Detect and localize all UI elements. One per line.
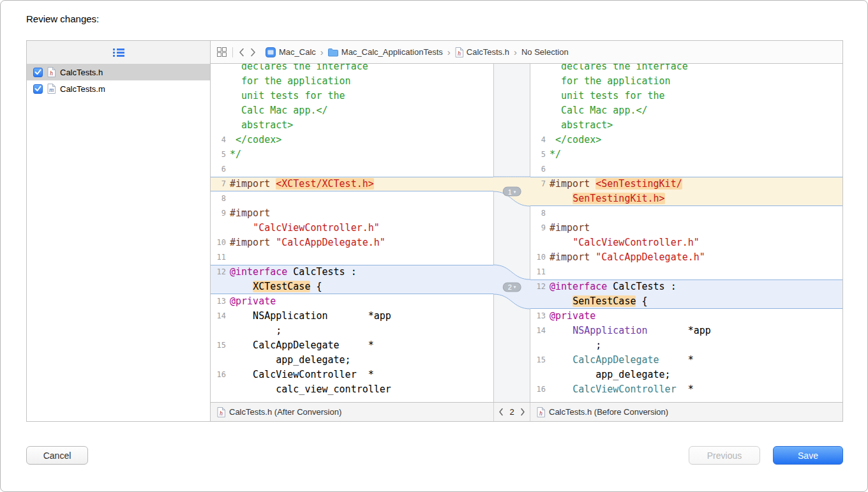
change-badge[interactable]: 1▾: [503, 187, 521, 197]
line-number: 13: [211, 294, 230, 309]
diff-connectors: [493, 64, 530, 402]
code-line: XCTestCase {: [211, 280, 493, 294]
next-change-chevron-icon: [520, 408, 525, 416]
file-h-icon: h: [537, 407, 545, 417]
line-number: [211, 221, 230, 235]
change-badge[interactable]: 2▾: [503, 282, 521, 292]
line-number: 9: [530, 221, 550, 235]
code-token: [550, 325, 572, 336]
check-icon: [34, 86, 41, 92]
code-token: [550, 384, 572, 395]
file-row[interactable]: hCalcTests.h: [27, 64, 210, 80]
line-number: [211, 103, 230, 118]
code-line: 6: [211, 162, 493, 177]
code-line: Calc Mac app.</: [211, 103, 493, 118]
code-token: #import: [230, 178, 276, 190]
diff-file-bar: h CalcTests.h (After Conversion) 2 h Cal…: [211, 402, 842, 421]
code-line: 10#import "CalcAppDelegate.h": [211, 235, 493, 250]
code-line: "CalcViewController.h": [530, 235, 842, 250]
code-line: 9#import: [530, 221, 842, 235]
line-number: 12: [211, 265, 230, 280]
save-button[interactable]: Save: [773, 446, 843, 465]
code-token: *: [659, 354, 694, 366]
previous-change-button[interactable]: [498, 408, 504, 416]
line-number: 16: [530, 382, 550, 397]
line-number: [530, 64, 550, 74]
file-sidebar: hCalcTests.hmCalcTests.m: [27, 41, 211, 421]
chevron-down-icon: ▾: [514, 285, 516, 290]
code-token: [550, 193, 572, 204]
back-button[interactable]: [239, 48, 244, 57]
line-number: 13: [530, 309, 550, 324]
code-token: calc_view_controller: [230, 384, 391, 395]
file-checkbox[interactable]: [33, 68, 43, 77]
diff-pane-before[interactable]: declares the interface for the applicati…: [530, 64, 842, 402]
code-token: "CalcAppDelegate.h": [276, 237, 385, 248]
line-number: [530, 235, 550, 250]
before-file-label: h CalcTests.h (Before Conversion): [530, 403, 842, 421]
code-token: #import: [230, 237, 276, 248]
breadcrumb-item[interactable]: hCalcTests.h: [455, 47, 509, 57]
code-token: ;: [230, 325, 281, 336]
breadcrumb-item[interactable]: No Selection: [521, 47, 569, 57]
change-count: 2: [509, 407, 514, 417]
code-token: CalcTests :: [607, 281, 676, 292]
folder-icon: [328, 48, 338, 57]
breadcrumb-separator-icon: ›: [514, 47, 517, 57]
line-number: 8: [530, 206, 550, 221]
code-line: "CalcViewController.h": [211, 221, 493, 235]
code-token: #import: [550, 178, 595, 190]
line-number: [530, 74, 550, 89]
code-token: app_delegate;: [230, 354, 351, 366]
editor-area: Mac_Calc›Mac_Calc_ApplicationTests›hCalc…: [211, 41, 842, 421]
code-token: CalcViewController: [572, 384, 677, 395]
changed-token: <XCTest/XCTest.h>: [276, 178, 374, 190]
file-checkbox[interactable]: [33, 84, 43, 94]
breadcrumb-item[interactable]: Mac_Calc: [266, 47, 316, 57]
code-token: NSApplication: [572, 325, 647, 336]
breadcrumb-item[interactable]: Mac_Calc_ApplicationTests: [328, 47, 443, 57]
code-token: Calc Mac app.</: [230, 105, 328, 116]
line-number: 6: [530, 162, 550, 177]
line-number: 7: [211, 177, 230, 191]
code-token: @interface: [550, 281, 607, 292]
line-number: [211, 118, 230, 133]
code-token: </codex>: [230, 134, 281, 145]
code-token: CalcViewController *: [230, 369, 374, 380]
code-token: [550, 354, 572, 366]
code-token: unit tests for the: [230, 90, 345, 101]
svg-text:m: m: [49, 86, 54, 93]
code-token: */: [550, 149, 561, 160]
line-number: [211, 74, 230, 89]
code-token: for the application: [230, 75, 351, 87]
code-line: 13@private: [530, 309, 842, 324]
line-number: 10: [530, 250, 550, 265]
code-line: declares the interface: [530, 64, 842, 74]
after-file-icon-slot: h: [217, 407, 225, 417]
line-number: 8: [211, 191, 230, 206]
line-number: 9: [211, 206, 230, 221]
code-token: [230, 222, 253, 234]
code-line: calc_view_controller: [211, 382, 493, 397]
code-token: [550, 295, 572, 307]
code-token: {: [310, 281, 322, 292]
line-number: 12: [530, 280, 550, 294]
forward-chevron-icon: [250, 48, 256, 57]
code-rows: declares the interface for the applicati…: [530, 64, 842, 397]
line-number: [530, 338, 550, 353]
list-view-button[interactable]: [113, 48, 124, 57]
diff-pane-after[interactable]: declares the interface for the applicati…: [211, 64, 493, 402]
project-app-icon: [266, 47, 276, 57]
previous-button[interactable]: Previous: [689, 446, 760, 465]
forward-button[interactable]: [250, 48, 256, 57]
next-change-button[interactable]: [520, 408, 525, 416]
file-row[interactable]: mCalcTests.m: [27, 80, 210, 97]
code-line: 4 </codex>: [211, 133, 493, 147]
changed-token: SenTestingKit.h>: [572, 193, 665, 204]
related-items-button[interactable]: [217, 47, 227, 57]
file-name: CalcTests.h: [60, 68, 103, 77]
cancel-button[interactable]: Cancel: [26, 446, 88, 465]
line-number: [211, 382, 230, 397]
line-number: 5: [530, 147, 550, 162]
line-number: 7: [530, 177, 550, 191]
